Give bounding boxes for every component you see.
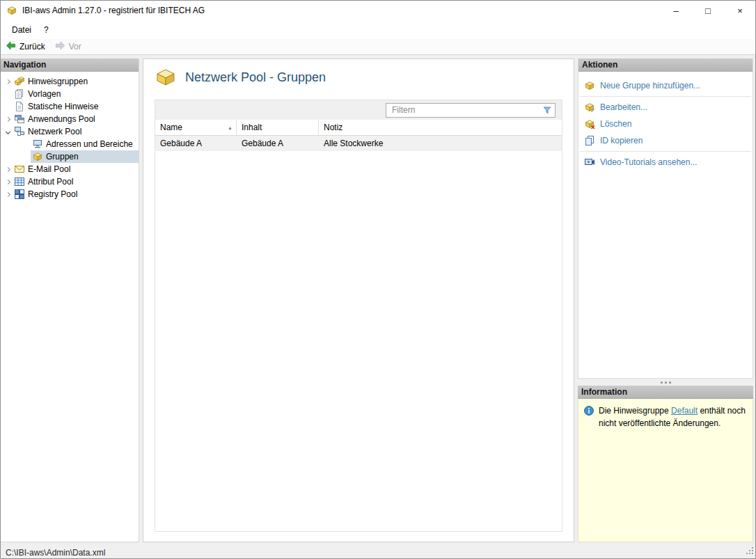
navigation-panel-header: Navigation — [0, 58, 139, 72]
copy-icon — [584, 135, 595, 146]
back-arrow-icon — [6, 40, 16, 53]
main-region: Navigation Hinweisgruppen Vorlagen — [0, 55, 756, 546]
resize-grip-icon[interactable] — [746, 546, 755, 558]
chevron-right-icon[interactable] — [3, 75, 13, 88]
network-pool-icon — [14, 126, 25, 137]
expander-spacer — [21, 150, 31, 163]
column-label: Notiz — [324, 123, 342, 132]
sidebar-item-gruppen[interactable]: Gruppen — [0, 150, 139, 163]
addresses-icon — [32, 139, 43, 150]
filter-input[interactable] — [386, 103, 556, 118]
column-header-name[interactable]: Name ▲ — [155, 120, 237, 135]
tree-row-content: Hinweisgruppen — [13, 75, 139, 88]
sidebar-item-adressen-und-bereiche[interactable]: Adressen und Bereiche — [0, 138, 139, 150]
sidebar-item-label: E-Mail Pool — [28, 164, 70, 174]
sidebar-item-label: Vorlagen — [28, 89, 61, 99]
add-group-action[interactable]: Neue Gruppe hinzufügen... — [578, 77, 753, 94]
column-label: Inhalt — [242, 123, 262, 132]
chevron-down-icon[interactable] — [3, 125, 13, 138]
info-icon — [583, 405, 594, 416]
video-tutorials-action[interactable]: Video-Tutorials ansehen... — [578, 154, 753, 171]
delete-icon — [584, 118, 595, 129]
application-pool-icon — [14, 113, 25, 125]
menu-help[interactable]: ? — [38, 23, 55, 37]
chevron-right-icon[interactable] — [3, 175, 13, 188]
content-header: Netzwerk Pool - Gruppen — [143, 59, 574, 95]
sidebar-item-label: Gruppen — [46, 152, 79, 162]
action-label: Bearbeiten... — [600, 102, 647, 112]
new-group-icon — [584, 80, 595, 91]
chevron-right-icon[interactable] — [3, 113, 13, 125]
sidebar-item-vorlagen[interactable]: Vorlagen — [0, 88, 139, 100]
column-header-inhalt[interactable]: Inhalt — [237, 120, 319, 135]
sidebar-item-label: Hinweisgruppen — [28, 77, 88, 86]
sidebar-item-anwendungs-pool[interactable]: Anwendungs Pool — [0, 113, 139, 125]
title-bar[interactable]: IBI-aws Admin 1.27.0 - registriert für I… — [0, 0, 756, 21]
panel-splitter[interactable] — [578, 379, 753, 386]
information-message: Die Hinweisgruppe Default enthält noch n… — [583, 404, 748, 430]
back-label: Zurück — [19, 42, 45, 52]
registry-pool-icon — [14, 189, 25, 200]
column-header-notiz[interactable]: Notiz — [319, 120, 562, 135]
column-label: Name — [160, 123, 182, 132]
maximize-button[interactable]: □ — [692, 0, 724, 21]
table-header: Name ▲ Inhalt Notiz — [155, 120, 562, 136]
information-panel-header: Information — [578, 386, 753, 399]
sidebar-item-label: Anwendungs Pool — [28, 114, 95, 124]
sidebar-item-attribut-pool[interactable]: Attribut Pool — [0, 175, 139, 188]
tree-row-content: Vorlagen — [13, 88, 139, 100]
cell-inhalt: Gebäude A — [237, 139, 319, 148]
minimize-button[interactable]: – — [660, 0, 692, 21]
sidebar-item-statische-hinweise[interactable]: Statische Hinweise — [0, 100, 139, 113]
sidebar-item-label: Attribut Pool — [28, 177, 73, 187]
forward-button[interactable]: Vor — [55, 40, 81, 53]
status-bar: C:\IBI-aws\Admin\Data.xml — [0, 546, 756, 559]
cell-notiz: Alle Stockwerke — [319, 139, 562, 148]
tree-row-content: Netzwerk Pool — [13, 125, 139, 138]
tree-row-content: Registry Pool — [13, 188, 139, 200]
information-body: Die Hinweisgruppe Default enthält noch n… — [578, 399, 753, 542]
table-row[interactable]: Gebäude A Gebäude A Alle Stockwerke — [155, 136, 562, 151]
tree-row-content: Attribut Pool — [13, 175, 139, 188]
action-label: Neue Gruppe hinzufügen... — [600, 81, 700, 90]
sidebar-item-hinweisgruppen[interactable]: Hinweisgruppen — [0, 75, 139, 88]
expander-spacer — [3, 88, 13, 100]
video-icon — [584, 157, 595, 168]
group-list: Name ▲ Inhalt Notiz Gebäude A Gebäude A … — [155, 100, 562, 532]
separator — [580, 151, 751, 152]
sidebar-item-registry-pool[interactable]: Registry Pool — [0, 188, 139, 200]
action-label: ID kopieren — [600, 136, 643, 145]
menu-datei[interactable]: Datei — [6, 23, 38, 37]
forward-arrow-icon — [55, 40, 65, 53]
chevron-right-icon[interactable] — [3, 163, 13, 175]
email-pool-icon — [14, 164, 25, 175]
default-group-link[interactable]: Default — [671, 406, 698, 416]
action-label: Löschen — [600, 119, 631, 129]
chevron-right-icon[interactable] — [3, 188, 13, 200]
tree-row-content: Gruppen — [31, 150, 139, 163]
hint-groups-icon — [14, 76, 25, 87]
sidebar-item-netzwerk-pool[interactable]: Netzwerk Pool — [0, 125, 139, 138]
edit-action[interactable]: Bearbeiten... — [578, 99, 753, 116]
tree-row-content: Adressen und Bereiche — [31, 138, 139, 150]
edit-icon — [584, 102, 595, 113]
sort-ascending-icon: ▲ — [228, 125, 233, 130]
group-icon — [32, 151, 43, 162]
window-title: IBI-aws Admin 1.27.0 - registriert für I… — [22, 6, 205, 15]
content-panel: Netzwerk Pool - Gruppen Name ▲ Inhalt — [143, 58, 574, 542]
static-hints-icon — [14, 101, 25, 112]
information-panel: Information Die Hinweisgruppe Default en… — [578, 386, 753, 542]
filter-box — [386, 103, 556, 118]
window-controls: – □ × — [660, 0, 756, 21]
back-button[interactable]: Zurück — [6, 40, 45, 53]
close-button[interactable]: × — [724, 0, 756, 21]
sidebar-item-email-pool[interactable]: E-Mail Pool — [0, 163, 139, 175]
actions-body: Neue Gruppe hinzufügen... Bearbeiten... … — [578, 72, 753, 378]
page-title: Netzwerk Pool - Gruppen — [185, 70, 326, 85]
filter-funnel-icon[interactable] — [542, 105, 552, 115]
delete-action[interactable]: Löschen — [578, 116, 753, 132]
info-text-before: Die Hinweisgruppe — [599, 406, 671, 416]
copy-id-action[interactable]: ID kopieren — [578, 132, 753, 149]
splitter-grip-icon — [665, 381, 667, 384]
tree-row-content: Anwendungs Pool — [13, 113, 139, 125]
